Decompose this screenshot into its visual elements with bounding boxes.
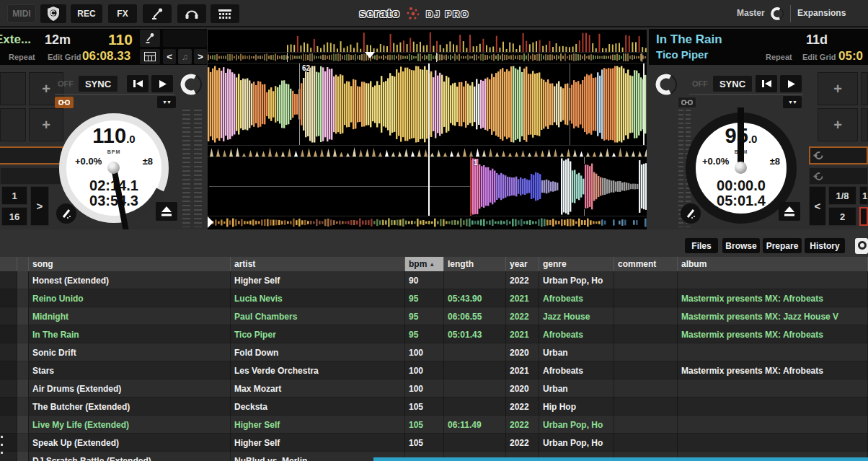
row-preview-cell[interactable] [17,416,29,434]
expansions-label[interactable]: Expansions [797,8,846,18]
deck-right-saved-loop-slot-active[interactable] [809,146,868,164]
table-row[interactable]: Sonic DriftFold Down1002020Urban [0,343,868,361]
deck-left-saved-loop-slot[interactable] [0,167,63,185]
deck-left-note-button[interactable]: ♫ [178,49,192,64]
deck-left-edit-grid-icon-button[interactable] [56,203,76,224]
deck-right-edit-grid-button[interactable]: Edit Grid [802,53,836,61]
deck-right-eject-button[interactable] [779,202,800,221]
deck-left-loop-next-button[interactable]: > [30,186,49,226]
cue-monitor-button[interactable] [177,4,206,23]
deck-left-hotcue-slot[interactable] [0,72,26,105]
deck-left-edit-grid-button[interactable]: Edit Grid [48,53,81,61]
deck-right-hotcue-slot[interactable] [861,72,868,105]
deck-left-eject-button[interactable] [156,202,177,221]
practice-mode-button[interactable] [40,4,66,23]
deck-right-hotcue-slot[interactable] [861,108,868,141]
deck-left-cue-prev-button[interactable] [127,75,149,92]
deck-right-repeat-button[interactable]: Repeat [766,53,792,61]
deck-left-main-waveform[interactable] [208,63,647,145]
deck-right-hotcue-add-button[interactable]: + [818,108,858,141]
table-row[interactable]: The Butcher (Extended)Decksta1052022Hip … [0,398,868,416]
row-preview-cell[interactable] [17,271,29,289]
mic-panel-button[interactable] [143,4,172,23]
deck-left-sync-off-button[interactable]: OFF [55,76,76,91]
sampler-button[interactable] [211,4,239,23]
deck-right-hotcue-add-button[interactable]: + [818,72,858,105]
overview-tick [436,53,437,62]
track-overview-strip-top[interactable] [208,53,647,62]
deck-right-loop-active-slot[interactable] [859,207,868,226]
deck-right-loop-prev-button[interactable]: < [809,186,826,226]
table-row[interactable]: In The RainTico Piper9505:01.432021Afrob… [0,325,868,343]
row-preview-cell[interactable] [17,343,29,361]
tab-browse[interactable]: Browse [722,238,760,253]
row-preview-cell[interactable] [17,307,29,325]
column-header-comment[interactable]: comment [614,257,678,271]
row-preview-cell[interactable] [17,452,29,461]
midi-label: MIDI [12,9,30,19]
row-preview-cell[interactable] [17,379,29,398]
column-header-bpm[interactable]: bpm▲ [405,257,444,271]
deck-left-tempo-range-button[interactable]: ▼▼ [157,96,176,108]
deck-right-play-button[interactable] [780,75,802,92]
beat-spikes-strip[interactable] [208,30,647,52]
row-preview-cell[interactable] [17,361,29,379]
library-side-button[interactable] [855,238,868,254]
deck-right-sync-off-button[interactable]: OFF [689,76,711,91]
horizontal-scrollbar[interactable] [373,457,868,461]
column-header-genre[interactable]: genre [539,257,614,271]
row-preview-cell[interactable] [17,434,29,452]
deck-left-sync-button[interactable]: SYNC [78,75,118,92]
row-preview-cell[interactable] [17,398,29,416]
deck-left-pitch-slider-scale[interactable] [194,110,202,227]
deck-left-keylock-button[interactable] [55,97,74,108]
deck-right-saved-loop-slot[interactable] [809,167,868,185]
deck-left-prev-marker-button[interactable]: < [163,49,176,64]
tab-history[interactable]: History [805,238,845,253]
table-row[interactable]: Honest (Extended)Higher Self902022Urban … [0,271,868,289]
deck-left-filter-knob[interactable] [177,71,205,98]
deck-left-loop-out-button[interactable]: 16 [1,207,27,226]
rec-button[interactable]: REC [71,4,102,23]
column-header-artist[interactable]: artist [231,257,405,271]
deck-right-loop-beats-button[interactable]: 2 [828,207,856,226]
track-overview-strip-bottom[interactable] [208,216,647,229]
deck-right-loop-extra-button[interactable]: 1 [859,186,868,205]
deck-right-tempo-range-button[interactable]: ▼▼ [783,96,802,108]
deck-right-loop-size-button[interactable]: 1/8 [828,186,856,205]
table-row[interactable]: StarsLes Verde Orchestra1002021Afrobeats… [0,361,868,379]
deck-left-loop-in-button[interactable]: 1 [1,186,27,205]
deck-left-play-button[interactable] [151,75,173,92]
column-header-song[interactable]: song [29,257,231,271]
deck-left-repeat-button[interactable]: Repeat [9,53,35,61]
tab-files[interactable]: Files [685,238,718,253]
deck-right-keylock-button[interactable] [678,97,696,108]
column-header-album[interactable]: album [678,257,868,271]
deck-left-pitch-slider[interactable] [182,110,190,227]
table-row[interactable]: Live My Life (Extended)Higher Self10506:… [0,416,868,434]
table-row[interactable]: Reino UnidoLucia Nevis9505:43.902021Afro… [0,289,868,307]
deck-right-filter-knob[interactable] [652,71,680,98]
deck-left-next-marker-button[interactable]: > [194,49,207,64]
deck-right-main-waveform[interactable] [208,157,647,216]
midi-button[interactable]: MIDI [7,4,36,23]
table-row[interactable]: MidnightPaul Chambers9506:06.552022Jazz … [0,307,868,325]
column-header-year[interactable]: year [506,257,539,271]
master-knob[interactable] [769,5,786,22]
skip-back-icon [761,79,772,88]
column-header-length[interactable]: length [444,257,506,271]
deck-left-grid-edit-button[interactable] [140,49,160,64]
tab-prepare[interactable]: Prepare [763,238,802,253]
deck-right-edit-grid-icon-button[interactable] [681,203,701,224]
deck-left-mic-button[interactable] [140,30,160,47]
table-row[interactable]: Air Drums (Extended)Max Mozart1002020Urb… [0,379,868,398]
cell-album [678,416,868,434]
deck-left-saved-loop-slot-active[interactable] [0,146,63,164]
deck-left-hotcue-slot[interactable] [0,108,26,141]
row-preview-cell[interactable] [17,325,29,343]
fx-button[interactable]: FX [108,4,137,23]
table-row[interactable]: Speak Up (Extended)Higher Self1052022Urb… [0,434,868,452]
deck-right-cue-prev-button[interactable] [756,75,777,92]
row-preview-cell[interactable] [17,289,29,307]
deck-right-sync-button[interactable]: SYNC [712,75,753,92]
